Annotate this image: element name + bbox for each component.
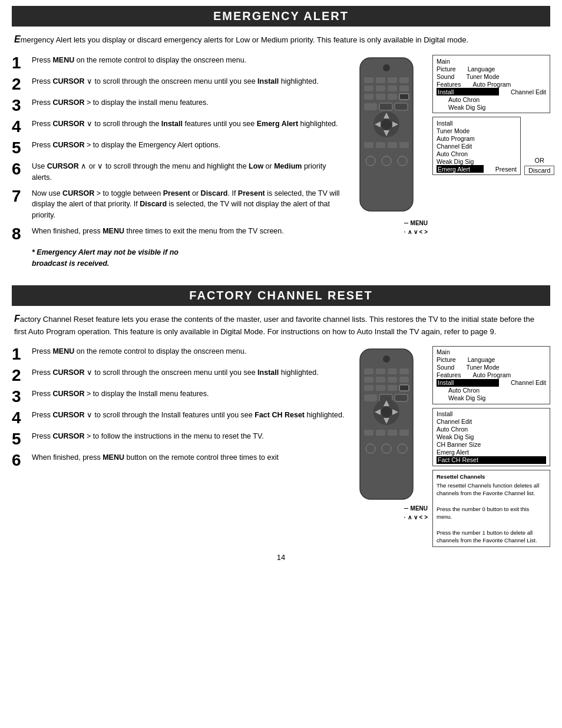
drop-cap-f: F: [14, 314, 20, 324]
fcr-rc-line-3: Press the number 1 button to delete all …: [437, 529, 546, 545]
svg-rect-13: [399, 94, 409, 100]
ea-or-discard: OR Discard: [524, 157, 554, 175]
svg-rect-31: [364, 170, 373, 176]
svg-rect-43: [388, 377, 397, 383]
fcr-step-text-1: Press MENU on the remote control to disp…: [32, 346, 345, 357]
step-text-1: Press MENU on the remote control to disp…: [32, 55, 345, 66]
step-number-4: 4: [12, 118, 28, 135]
ea-step-5: 5 Press CURSOR > to display the Emergenc…: [12, 140, 345, 156]
fcr-step-3: 3 Press CURSOR > to display the Install …: [12, 388, 345, 405]
emergency-alert-section: EMERGENCY ALERT Emergency Alert lets you…: [12, 6, 550, 269]
fcr-step-text-4: Press CURSOR ∨ to scroll through the Ins…: [32, 410, 345, 421]
section-divider: [12, 275, 550, 285]
emergency-alert-title: EMERGENCY ALERT: [12, 6, 550, 27]
fcr-rc-line-1: The resettel Channels function deletes a…: [437, 482, 546, 498]
svg-rect-3: [376, 77, 385, 83]
ea-main-row-1: Picture Language: [437, 65, 546, 73]
svg-rect-12: [388, 94, 397, 100]
svg-point-22: [381, 119, 392, 130]
svg-rect-24: [376, 142, 385, 148]
step-number-3: 3: [12, 97, 28, 114]
step-number-7: 7: [12, 188, 28, 205]
step-number-5: 5: [12, 140, 28, 156]
fcr-main-menu-screen: Main Picture Language Sound Tuner Mode F…: [432, 346, 550, 404]
svg-rect-37: [364, 368, 373, 374]
svg-rect-59: [376, 430, 385, 436]
svg-rect-6: [364, 85, 373, 91]
fcr-menu-screens: Main Picture Language Sound Tuner Mode F…: [432, 346, 550, 548]
svg-rect-67: [376, 458, 385, 463]
ea-diagrams: MENU ∧ ∨ < > Main Picture Language: [351, 55, 550, 269]
fcr-step-number-4: 4: [12, 410, 28, 426]
svg-rect-10: [364, 94, 373, 100]
fcr-step-number-6: 6: [12, 452, 28, 469]
fcr-install-menu-screen: Install Channel Edit Auto Chron Weak Dig…: [432, 408, 550, 466]
fcr-rc-line-2: Press the number 0 button to exit this m…: [437, 505, 546, 521]
svg-rect-7: [376, 85, 385, 91]
ea-install-title: Install: [437, 119, 517, 127]
ea-menu-label: MENU: [411, 220, 428, 226]
ea-step-4: 4 Press CURSOR ∨ to scroll through the I…: [12, 118, 345, 135]
ea-or-label: OR: [534, 157, 544, 164]
fcr-step-text-2: Press CURSOR ∨ to scroll through the ons…: [32, 367, 345, 378]
fcr-step-2: 2 Press CURSOR ∨ to scroll through the o…: [12, 367, 345, 384]
svg-rect-49: [364, 394, 377, 401]
svg-rect-38: [376, 368, 385, 374]
svg-rect-15: [379, 103, 392, 110]
svg-rect-41: [364, 377, 373, 383]
factory-channel-reset-title: FACTORY CHANNEL RESET: [12, 285, 550, 306]
ea-step-1: 1 Press MENU on the remote control to di…: [12, 55, 345, 71]
svg-rect-32: [376, 170, 385, 176]
svg-point-30: [398, 156, 407, 166]
svg-rect-45: [364, 385, 373, 391]
ea-install-emerg-row: Emerg Alert Present: [437, 165, 517, 173]
ea-main-menu-title: Main: [437, 57, 546, 65]
step-text-4: Press CURSOR ∨ to scroll through the Ins…: [32, 118, 345, 130]
fcr-install-title: Install: [437, 410, 546, 418]
svg-point-29: [382, 156, 391, 166]
fcr-step-number-1: 1: [12, 346, 28, 363]
fcr-step-6: 6 When finished, press MENU button on th…: [12, 452, 345, 469]
fcr-step-text-5: Press CURSOR > to follow the instruction…: [32, 431, 345, 442]
svg-rect-47: [388, 385, 397, 391]
ea-step-6: 6 Use CURSOR ∧ or ∨ to scroll through th…: [12, 161, 345, 183]
step-number-2: 2: [12, 76, 28, 93]
ea-main-row-5: Auto Chron: [437, 95, 546, 103]
svg-rect-58: [364, 430, 373, 436]
svg-point-63: [366, 444, 375, 453]
step-text-5: Press CURSOR > to display the Emergency …: [32, 140, 345, 151]
svg-rect-8: [388, 85, 397, 91]
ea-note: * Emergency Alert may not be visible if …: [32, 247, 345, 269]
step-text-6: Use CURSOR ∧ or ∨ to scroll through the …: [32, 161, 345, 183]
ea-step-7: 7 Now use CURSOR > to toggle between Pre…: [12, 188, 345, 221]
fcr-step-text-3: Press CURSOR > to display the Install me…: [32, 388, 345, 400]
ea-install-area: Install Tuner Mode Auto Program Channel …: [432, 117, 550, 175]
svg-rect-26: [399, 142, 409, 148]
svg-rect-4: [388, 77, 397, 83]
svg-point-65: [398, 444, 407, 453]
svg-point-1: [383, 64, 390, 71]
svg-rect-46: [376, 385, 385, 391]
fcr-step-1: 1 Press MENU on the remote control to di…: [12, 346, 345, 363]
fcr-step-5: 5 Press CURSOR > to follow the instructi…: [12, 431, 345, 447]
svg-rect-60: [388, 430, 397, 436]
fcr-arrow-label: ∧ ∨ < >: [408, 514, 428, 521]
ea-main-row-6: Weak Dig Sig: [437, 103, 546, 111]
svg-point-57: [381, 407, 392, 417]
svg-rect-68: [388, 458, 397, 463]
step-number-6: 6: [12, 161, 28, 177]
step-text-3: Press CURSOR > to display the install me…: [32, 97, 345, 108]
ea-discard-box: Discard: [524, 166, 554, 175]
svg-rect-33: [388, 170, 397, 176]
ea-install-menu-screen: Install Tuner Mode Auto Program Channel …: [432, 117, 521, 175]
ea-menu-screens: Main Picture Language Sound Tuner Mode F…: [432, 55, 550, 175]
fcr-step-4: 4 Press CURSOR ∨ to scroll through the I…: [12, 410, 345, 426]
fcr-menu-label: MENU: [411, 505, 428, 512]
svg-rect-25: [388, 142, 397, 148]
step-text-2: Press CURSOR ∨ to scroll through the ons…: [32, 76, 345, 87]
ea-steps-column: 1 Press MENU on the remote control to di…: [12, 55, 345, 269]
svg-point-28: [366, 156, 375, 166]
svg-rect-40: [399, 368, 409, 374]
ea-step-2: 2 Press CURSOR ∨ to scroll through the o…: [12, 76, 345, 93]
fcr-steps-column: 1 Press MENU on the remote control to di…: [12, 346, 345, 548]
